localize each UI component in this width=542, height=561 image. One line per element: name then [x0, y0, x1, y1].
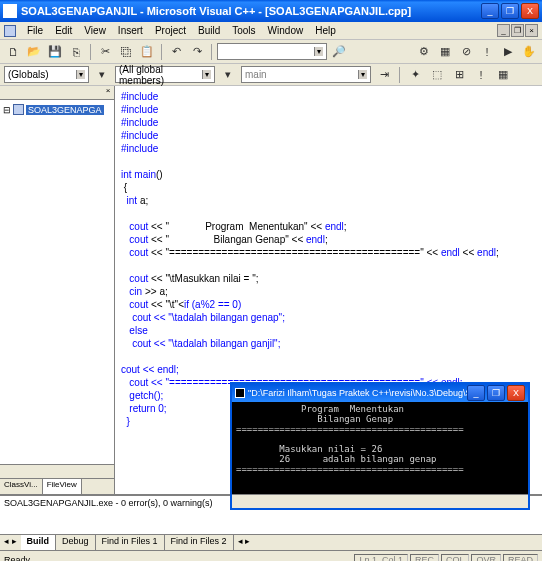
maximize-button[interactable]: ❐ — [501, 3, 519, 19]
menu-edit[interactable]: Edit — [50, 24, 77, 37]
status-rec: REC — [410, 554, 439, 562]
menubar: File Edit View Insert Project Build Tool… — [0, 22, 542, 40]
tab-find1[interactable]: Find in Files 1 — [96, 535, 165, 550]
cmd-icon — [235, 388, 245, 398]
standard-toolbar: 🗋 📂 💾 ⎘ ✂ ⿻ 📋 ↶ ↷ ▾ 🔎 ⚙ ▦ ⊘ ! ▶ ✋ — [0, 40, 542, 64]
titlebar: SOAL3GENAPGANJIL - Microsoft Visual C++ … — [0, 0, 542, 22]
wiz3-icon[interactable]: ⊞ — [450, 66, 468, 84]
app-icon — [3, 4, 17, 18]
output-tabs: ◂ ▸ Build Debug Find in Files 1 Find in … — [0, 534, 542, 550]
menu-tools[interactable]: Tools — [227, 24, 260, 37]
console-minimize-button[interactable]: _ — [467, 385, 485, 401]
class-filter-icon[interactable]: ▾ — [93, 66, 111, 84]
wizard-toolbar: (Globals)▾ ▾ (All global members)▾ ▾ mai… — [0, 64, 542, 86]
wiz4-icon[interactable]: ! — [472, 66, 490, 84]
file-tree[interactable]: ⊟ SOAL3GENAPGA — [0, 100, 114, 464]
go-icon[interactable]: ▶ — [499, 43, 517, 61]
undo-icon[interactable]: ↶ — [167, 43, 185, 61]
console-scroll[interactable] — [232, 494, 528, 508]
mdi-minimize-button[interactable]: _ — [497, 24, 510, 37]
console-close-button[interactable]: X — [507, 385, 525, 401]
minimize-button[interactable]: _ — [481, 3, 499, 19]
sidebar-close-icon[interactable]: × — [102, 86, 114, 99]
redo-icon[interactable]: ↷ — [188, 43, 206, 61]
sidebar-scroll[interactable] — [0, 464, 114, 478]
console-body: Program Menentukan Bilangan Genap ======… — [232, 402, 528, 494]
status-col: COL — [441, 554, 470, 562]
stop-build-icon[interactable]: ⊘ — [457, 43, 475, 61]
console-maximize-button[interactable]: ❐ — [487, 385, 505, 401]
open-file-icon[interactable]: 📂 — [25, 43, 43, 61]
mdi-close-button[interactable]: × — [525, 24, 538, 37]
members-combo[interactable]: (All global members)▾ — [115, 66, 215, 83]
cut-icon[interactable]: ✂ — [96, 43, 114, 61]
workspace-sidebar: × ⊟ SOAL3GENAPGA ClassVi... FileView — [0, 86, 115, 494]
tab-build[interactable]: Build — [21, 535, 57, 550]
code-content: #include #include #include #include #inc… — [121, 90, 536, 428]
status-position: Ln 1, Col 1 — [354, 554, 408, 562]
console-window[interactable]: "D:\Farizi Ilham\Tugas Praktek C++\revis… — [230, 382, 530, 510]
find-combo[interactable]: ▾ — [217, 43, 327, 60]
menu-file[interactable]: File — [22, 24, 48, 37]
menu-project[interactable]: Project — [150, 24, 191, 37]
paste-icon[interactable]: 📋 — [138, 43, 156, 61]
tree-root-label: SOAL3GENAPGA — [26, 105, 104, 115]
mdi-icon — [4, 25, 16, 37]
compile-icon[interactable]: ⚙ — [415, 43, 433, 61]
goto-icon[interactable]: ⇥ — [375, 66, 393, 84]
status-ovr: OVR — [471, 554, 501, 562]
tab-debug[interactable]: Debug — [56, 535, 96, 550]
wiz1-icon[interactable]: ✦ — [406, 66, 424, 84]
breakpoint-icon[interactable]: ✋ — [520, 43, 538, 61]
tab-find2[interactable]: Find in Files 2 — [165, 535, 234, 550]
mdi-restore-button[interactable]: ❐ — [511, 24, 524, 37]
status-read: READ — [503, 554, 538, 562]
save-all-icon[interactable]: ⎘ — [67, 43, 85, 61]
console-title: "D:\Farizi Ilham\Tugas Praktek C++\revis… — [248, 388, 467, 398]
menu-window[interactable]: Window — [263, 24, 309, 37]
menu-help[interactable]: Help — [310, 24, 341, 37]
project-icon — [13, 104, 24, 115]
wiz2-icon[interactable]: ⬚ — [428, 66, 446, 84]
statusbar: Ready Ln 1, Col 1 REC COL OVR READ — [0, 550, 542, 561]
tab-classview[interactable]: ClassVi... — [0, 479, 43, 494]
execute-icon[interactable]: ! — [478, 43, 496, 61]
menu-insert[interactable]: Insert — [113, 24, 148, 37]
wiz5-icon[interactable]: ▦ — [494, 66, 512, 84]
tab-fileview[interactable]: FileView — [43, 479, 82, 494]
close-button[interactable]: X — [521, 3, 539, 19]
function-combo[interactable]: main▾ — [241, 66, 371, 83]
save-icon[interactable]: 💾 — [46, 43, 64, 61]
console-titlebar[interactable]: "D:\Farizi Ilham\Tugas Praktek C++\revis… — [232, 384, 528, 402]
tree-root-node[interactable]: ⊟ SOAL3GENAPGA — [3, 103, 111, 116]
class-combo[interactable]: (Globals)▾ — [4, 66, 89, 83]
new-file-icon[interactable]: 🗋 — [4, 43, 22, 61]
status-ready: Ready — [4, 555, 30, 562]
menu-view[interactable]: View — [79, 24, 111, 37]
menu-build[interactable]: Build — [193, 24, 225, 37]
find-icon[interactable]: 🔎 — [330, 43, 348, 61]
build-icon[interactable]: ▦ — [436, 43, 454, 61]
members-filter-icon[interactable]: ▾ — [219, 66, 237, 84]
window-title: SOAL3GENAPGANJIL - Microsoft Visual C++ … — [21, 5, 481, 17]
copy-icon[interactable]: ⿻ — [117, 43, 135, 61]
